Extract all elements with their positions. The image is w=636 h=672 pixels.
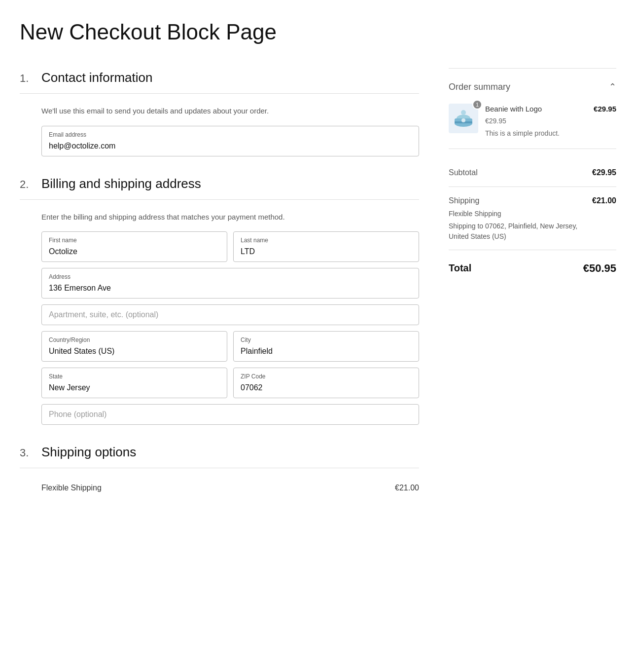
first-name-input[interactable] (49, 247, 220, 256)
zip-label: ZIP Code (241, 372, 412, 381)
billing-section: 2. Billing and shipping address Enter th… (20, 174, 419, 425)
order-summary: Order summary ⌃ (449, 68, 616, 286)
page-title: New Checkout Block Page (20, 16, 616, 48)
address-label: Address (49, 272, 412, 281)
shipping-section: 3. Shipping options Flexible Shipping €2… (20, 443, 419, 496)
city-label: City (241, 336, 412, 344)
first-name-label: First name (49, 236, 220, 245)
subtotal-row: Subtotal €29.95 (449, 159, 616, 187)
state-input[interactable] (49, 383, 220, 392)
svg-point-4 (461, 118, 465, 122)
country-label: Country/Region (49, 336, 220, 344)
svg-point-3 (461, 110, 466, 115)
state-label: State (49, 372, 220, 381)
shipping-address: Shipping to 07062, Plainfield, New Jerse… (449, 221, 592, 242)
shipping-section-number: 3. (20, 445, 34, 461)
product-info: Beanie with Logo €29.95 €29.95 This is a… (485, 104, 616, 139)
phone-input[interactable] (49, 410, 412, 419)
billing-section-number: 2. (20, 176, 34, 192)
contact-description: We'll use this email to send you details… (41, 106, 419, 117)
zip-input[interactable] (241, 383, 412, 392)
country-city-row: Country/Region City (41, 331, 419, 362)
shipping-method: Flexible Shipping (449, 209, 592, 219)
last-name-field-container: Last name (233, 231, 419, 262)
contact-section-number: 1. (20, 70, 34, 86)
country-field-container: Country/Region (41, 331, 227, 362)
product-price: €29.95 (594, 104, 616, 115)
shipping-option-row: Flexible Shipping €21.00 (41, 480, 419, 496)
country-input[interactable] (49, 347, 220, 356)
collapse-icon[interactable]: ⌃ (609, 80, 616, 94)
left-column: 1. Contact information We'll use this em… (20, 68, 419, 514)
phone-field-container (41, 404, 419, 425)
product-original-price: €29.95 (485, 116, 616, 126)
billing-divider (20, 199, 419, 200)
apartment-field-container (41, 304, 419, 325)
shipping-row: Shipping Flexible Shipping Shipping to 0… (449, 187, 616, 250)
shipping-info: Shipping Flexible Shipping Shipping to 0… (449, 195, 592, 242)
zip-field-container: ZIP Code (233, 368, 419, 398)
contact-section: 1. Contact information We'll use this em… (20, 68, 419, 156)
subtotal-label: Subtotal (449, 167, 478, 179)
billing-section-header: 2. Billing and shipping address (20, 174, 419, 193)
name-row: First name Last name (41, 231, 419, 262)
contact-content: Email address (41, 126, 419, 156)
product-image-container: 1 (449, 104, 478, 133)
order-summary-header: Order summary ⌃ (449, 80, 616, 94)
product-name: Beanie with Logo (485, 104, 542, 115)
product-row: 1 Beanie with Logo €29.95 €29.95 This is… (449, 104, 616, 149)
email-field-container: Email address (41, 126, 419, 156)
shipping-section-header: 3. Shipping options (20, 443, 419, 462)
shipping-label: Shipping (449, 195, 592, 207)
billing-section-title: Billing and shipping address (41, 174, 201, 193)
state-zip-row: State ZIP Code (41, 368, 419, 398)
billing-content: First name Last name Address (41, 231, 419, 425)
contact-section-title: Contact information (41, 68, 152, 87)
billing-description: Enter the billing and shipping address t… (41, 212, 419, 223)
contact-divider (20, 93, 419, 94)
subtotal-value: €29.95 (592, 167, 616, 179)
apartment-input[interactable] (49, 310, 412, 319)
address-input[interactable] (49, 284, 412, 293)
city-field-container: City (233, 331, 419, 362)
first-name-field-container: First name (41, 231, 227, 262)
shipping-value: €21.00 (592, 195, 616, 207)
contact-section-header: 1. Contact information (20, 68, 419, 87)
email-label: Email address (49, 130, 412, 139)
email-input[interactable] (49, 142, 412, 150)
product-quantity-badge: 1 (472, 100, 482, 110)
shipping-section-title: Shipping options (41, 443, 136, 462)
last-name-input[interactable] (241, 247, 412, 256)
shipping-content: Flexible Shipping €21.00 (41, 480, 419, 496)
total-label: Total (449, 261, 471, 275)
state-field-container: State (41, 368, 227, 398)
shipping-option-label: Flexible Shipping (41, 482, 102, 494)
order-summary-title: Order summary (449, 80, 510, 94)
product-beanie-svg (453, 108, 474, 129)
shipping-divider (20, 468, 419, 468)
total-value: €50.95 (583, 260, 616, 276)
total-row: Total €50.95 (449, 250, 616, 286)
city-input[interactable] (241, 347, 412, 356)
shipping-option-price: €21.00 (395, 482, 419, 494)
last-name-label: Last name (241, 236, 412, 245)
product-name-price: Beanie with Logo €29.95 (485, 104, 616, 115)
product-description: This is a simple product. (485, 128, 616, 139)
address-field-container: Address (41, 268, 419, 299)
